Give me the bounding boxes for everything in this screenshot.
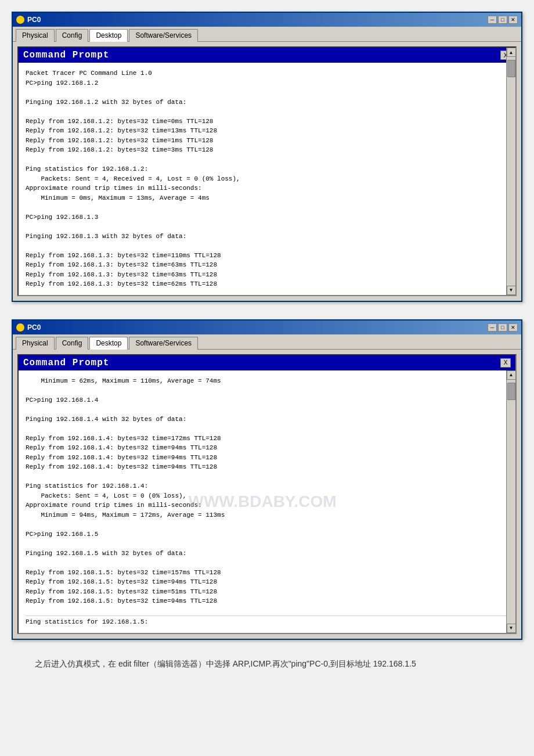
cmd-title-text-2: Command Prompt: [23, 358, 109, 368]
scrollbar-1: ▲ ▼: [506, 48, 515, 295]
tab-bar-1: Physical Config Desktop Software/Service…: [13, 27, 521, 42]
cmd-line: Ping statistics for 192.168.1.4:: [26, 481, 508, 491]
cmd-line: Reply from 192.168.1.2: bytes=32 time=1m…: [26, 136, 508, 146]
cmd-line: Pinging 192.168.1.3 with 32 bytes of dat…: [26, 232, 508, 242]
minimize-btn-2[interactable]: ─: [488, 323, 497, 332]
title-bar-left-1: PC0: [16, 16, 41, 24]
cmd-line: [26, 241, 508, 251]
footer-content: 之后进入仿真模式，在 edit filter（编辑筛选器）中选择 ARP,ICM…: [35, 659, 416, 668]
title-bar-left-2: PC0: [16, 323, 41, 332]
cmd-line: Minimum = 0ms, Maximum = 13ms, Average =…: [26, 193, 508, 203]
cmd-line: Reply from 192.168.1.3: bytes=32 time=11…: [26, 251, 508, 261]
cmd-line: Pinging 192.168.1.2 with 32 bytes of dat…: [26, 98, 508, 107]
cmd-line: Reply from 192.168.1.4: bytes=32 time=17…: [26, 434, 508, 444]
tab-config-1[interactable]: Config: [56, 29, 89, 42]
cmd-window-1: Command Prompt X Packet Tracer PC Comman…: [17, 46, 517, 296]
cmd-title-bar-2: Command Prompt X: [19, 355, 515, 370]
scroll-up-1[interactable]: ▲: [507, 48, 516, 57]
pc-icon-1: [16, 16, 24, 24]
cmd-line: Packets: Sent = 4, Lost = 0 (0% loss),: [26, 491, 508, 501]
cmd-line: PC>ping 192.168.1.4: [26, 395, 508, 405]
cmd-line: Reply from 192.168.1.5: bytes=32 time=51…: [26, 587, 508, 597]
close-btn-2[interactable]: ✕: [508, 323, 518, 332]
cmd-line: PC>ping 192.168.1.3: [26, 213, 508, 222]
cmd-body-wrapper-2: Minimum = 62ms, Maximum = 110ms, Average…: [19, 370, 515, 633]
cmd-line: Ping statistics for 192.168.1.5:: [26, 615, 508, 627]
cmd-line: PC>ping 192.168.1.5: [26, 530, 508, 539]
tab-config-2[interactable]: Config: [56, 337, 89, 350]
cmd-line: Reply from 192.168.1.5: bytes=32 time=94…: [26, 577, 508, 587]
cmd-title-bar-1: Command Prompt X: [19, 48, 515, 63]
scroll-up-2[interactable]: ▲: [507, 370, 516, 380]
cmd-line: Reply from 192.168.1.4: bytes=32 time=94…: [26, 462, 508, 472]
scroll-down-1[interactable]: ▼: [507, 286, 516, 295]
cmd-line: Reply from 192.168.1.2: bytes=32 time=0m…: [26, 117, 508, 127]
cmd-line: Reply from 192.168.1.3: bytes=32 time=63…: [26, 270, 508, 280]
tab-desktop-1[interactable]: Desktop: [89, 29, 128, 42]
scroll-thumb-1[interactable]: [507, 60, 515, 77]
cmd-line: Pinging 192.168.1.5 with 32 bytes of dat…: [26, 549, 508, 559]
window2-title: PC0: [27, 323, 41, 332]
tab-bar-2: Physical Config Desktop Software/Service…: [13, 334, 521, 350]
tab-software-2[interactable]: Software/Services: [129, 337, 198, 350]
cmd-line: Minimum = 62ms, Maximum = 110ms, Average…: [26, 376, 508, 386]
cmd-line: Reply from 192.168.1.4: bytes=32 time=94…: [26, 453, 508, 463]
scroll-track-2: [507, 380, 515, 624]
scroll-thumb-2[interactable]: [507, 383, 515, 400]
cmd-line: Reply from 192.168.1.5: bytes=32 time=94…: [26, 596, 508, 606]
cmd-line: PC>ping 192.168.1.2: [26, 78, 508, 88]
cmd-line: Packet Tracer PC Command Line 1.0: [26, 69, 508, 78]
cmd-line: [26, 222, 508, 232]
cmd-line: Ping statistics for 192.168.1.2:: [26, 164, 508, 174]
tab-physical-2[interactable]: Physical: [16, 337, 55, 350]
cmd-line: [26, 386, 508, 395]
pc-icon-2: [16, 323, 24, 332]
maximize-btn-2[interactable]: □: [498, 323, 507, 332]
cmd-line: Reply from 192.168.1.3: bytes=32 time=62…: [26, 279, 508, 289]
cmd-line: [26, 472, 508, 482]
cmd-line: Minimum = 94ms, Maximum = 172ms, Average…: [26, 510, 508, 520]
cmd-line: Approximate round trip times in milli-se…: [26, 183, 508, 193]
tab-software-1[interactable]: Software/Services: [129, 29, 198, 42]
cmd-close-btn-2[interactable]: X: [500, 358, 511, 368]
window1-title: PC0: [27, 16, 41, 24]
close-btn-1[interactable]: ✕: [508, 16, 518, 24]
cmd-line: Reply from 192.168.1.2: bytes=32 time=13…: [26, 126, 508, 136]
window-content-2: Command Prompt X Minimum = 62ms, Maximum…: [13, 350, 521, 639]
scroll-down-2[interactable]: ▼: [507, 624, 516, 633]
cmd-line: Reply from 192.168.1.4: bytes=32 time=94…: [26, 443, 508, 453]
cmd-line: [26, 203, 508, 213]
cmd-line: Approximate round trip times in milli-se…: [26, 501, 508, 510]
minimize-btn-1[interactable]: ─: [488, 16, 497, 24]
scrollbar-2: ▲ ▼: [506, 370, 515, 633]
cmd-line: Pinging 192.168.1.4 with 32 bytes of dat…: [26, 415, 508, 424]
window2: PC0 ─ □ ✕ Physical Config Desktop Softwa…: [12, 319, 522, 640]
maximize-btn-1[interactable]: □: [498, 16, 507, 24]
cmd-line: [26, 107, 508, 117]
cmd-text-area-1: Packet Tracer PC Command Line 1.0 PC>pin…: [19, 63, 515, 295]
cmd-line: [26, 88, 508, 98]
cmd-line: Packets: Sent = 4, Received = 4, Lost = …: [26, 174, 508, 184]
title-bar-1: PC0 ─ □ ✕: [13, 13, 521, 27]
cmd-title-text-1: Command Prompt: [23, 50, 109, 60]
cmd-line: [26, 520, 508, 530]
cmd-line: Reply from 192.168.1.5: bytes=32 time=15…: [26, 568, 508, 578]
cmd-body-wrapper-1: Packet Tracer PC Command Line 1.0 PC>pin…: [19, 63, 515, 295]
window1: PC0 ─ □ ✕ Physical Config Desktop Softwa…: [12, 12, 522, 302]
cmd-line: Reply from 192.168.1.2: bytes=32 time=3m…: [26, 145, 508, 155]
tab-desktop-2[interactable]: Desktop: [89, 337, 128, 350]
title-bar-buttons-1: ─ □ ✕: [488, 16, 518, 24]
title-bar-buttons-2: ─ □ ✕: [488, 323, 518, 332]
tab-physical-1[interactable]: Physical: [16, 29, 55, 42]
cmd-line: [26, 539, 508, 549]
cmd-line: [26, 424, 508, 434]
cmd-line: [26, 606, 508, 616]
scroll-track-1: [507, 57, 515, 286]
footer-text: 之后进入仿真模式，在 edit filter（编辑筛选器）中选择 ARP,ICM…: [12, 657, 522, 670]
cmd-text-area-2: Minimum = 62ms, Maximum = 110ms, Average…: [19, 370, 515, 633]
cmd-line: Reply from 192.168.1.3: bytes=32 time=63…: [26, 260, 508, 270]
title-bar-2: PC0 ─ □ ✕: [13, 321, 521, 334]
cmd-line: [26, 558, 508, 568]
cmd-window-2: Command Prompt X Minimum = 62ms, Maximum…: [17, 354, 517, 634]
cmd-line: [26, 405, 508, 415]
